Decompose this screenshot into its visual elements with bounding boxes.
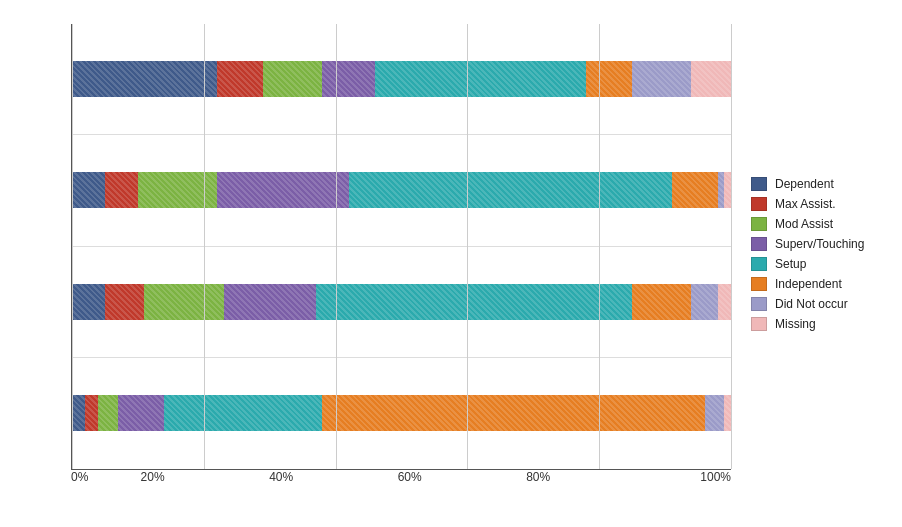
legend-item: Independent xyxy=(751,277,891,291)
y-axis-labels xyxy=(11,24,71,470)
y-label-hha xyxy=(11,357,71,468)
legend-item: Did Not occur xyxy=(751,297,891,311)
legend: Dependent Max Assist. Mod Assist Superv/… xyxy=(731,24,891,484)
bar-segment xyxy=(322,61,375,97)
bar-segment xyxy=(85,395,98,431)
bar-segment xyxy=(632,284,691,320)
bar-segment xyxy=(217,172,349,208)
legend-swatch xyxy=(751,177,767,191)
bar-group-snf xyxy=(72,246,731,358)
legend-swatch xyxy=(751,277,767,291)
stacked-bar-snf xyxy=(72,284,731,320)
legend-item: Missing xyxy=(751,317,891,331)
bar-segment xyxy=(718,284,731,320)
legend-item: Dependent xyxy=(751,177,891,191)
legend-label: Mod Assist xyxy=(775,217,833,231)
bar-segment xyxy=(105,284,145,320)
bar-segment xyxy=(375,61,586,97)
x-label: 40% xyxy=(217,470,346,484)
legend-swatch xyxy=(751,237,767,251)
legend-item: Mod Assist xyxy=(751,217,891,231)
chart-container: 0%20%40%60%80%100% Dependent Max Assist.… xyxy=(1,4,901,524)
legend-item: Max Assist. xyxy=(751,197,891,211)
legend-swatch xyxy=(751,297,767,311)
bar-segment xyxy=(672,172,718,208)
bar-segment xyxy=(224,284,316,320)
bar-segment xyxy=(691,61,731,97)
legend-swatch xyxy=(751,317,767,331)
legend-label: Did Not occur xyxy=(775,297,848,311)
legend-label: Superv/Touching xyxy=(775,237,864,251)
bar-segment xyxy=(72,284,105,320)
bar-segment xyxy=(691,284,717,320)
x-label: 60% xyxy=(345,470,474,484)
bars-section xyxy=(71,24,731,470)
bar-segment xyxy=(724,395,731,431)
bar-group-ltch xyxy=(72,24,731,135)
bar-segment xyxy=(316,284,632,320)
legend-swatch xyxy=(751,217,767,231)
bar-segment xyxy=(138,172,217,208)
bar-segment xyxy=(118,395,164,431)
x-axis: 0%20%40%60%80%100% xyxy=(71,470,731,484)
bar-segment xyxy=(164,395,322,431)
bar-segment xyxy=(217,61,263,97)
chart-area: 0%20%40%60%80%100% xyxy=(11,24,731,484)
bar-segment xyxy=(72,395,85,431)
bar-segment xyxy=(349,172,672,208)
legend-label: Missing xyxy=(775,317,816,331)
bar-segment xyxy=(586,61,632,97)
y-label-snf xyxy=(11,246,71,357)
legend-item: Superv/Touching xyxy=(751,237,891,251)
bar-segment xyxy=(632,61,691,97)
bar-segment xyxy=(72,61,217,97)
x-label: 20% xyxy=(88,470,217,484)
y-label-ltch xyxy=(11,24,71,135)
stacked-bar-hha xyxy=(72,395,731,431)
x-label: 80% xyxy=(474,470,603,484)
legend-swatch xyxy=(751,197,767,211)
bar-segment xyxy=(322,395,704,431)
x-label: 0% xyxy=(71,470,88,484)
y-label-irf xyxy=(11,135,71,246)
bar-segment xyxy=(724,172,731,208)
legend-item: Setup xyxy=(751,257,891,271)
bar-segment xyxy=(98,395,118,431)
bar-segment xyxy=(144,284,223,320)
legend-label: Dependent xyxy=(775,177,834,191)
bar-group-hha xyxy=(72,357,731,469)
x-label: 100% xyxy=(602,470,731,484)
bar-segment xyxy=(72,172,105,208)
stacked-bar-irf xyxy=(72,172,731,208)
stacked-bar-ltch xyxy=(72,61,731,97)
bar-segment xyxy=(718,172,725,208)
legend-label: Independent xyxy=(775,277,842,291)
legend-swatch xyxy=(751,257,767,271)
bar-segment xyxy=(705,395,725,431)
legend-label: Max Assist. xyxy=(775,197,836,211)
bar-segment xyxy=(263,61,322,97)
bar-group-irf xyxy=(72,134,731,246)
legend-label: Setup xyxy=(775,257,806,271)
bar-segment xyxy=(105,172,138,208)
